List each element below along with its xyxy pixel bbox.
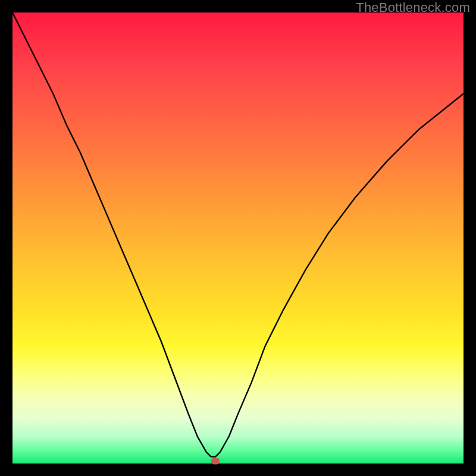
watermark-text: TheBottleneck.com [356, 0, 470, 15]
plot-area [12, 12, 464, 464]
bottleneck-curve [12, 12, 464, 464]
chart-frame: TheBottleneck.com [0, 0, 476, 476]
curve-path [12, 12, 464, 457]
optimum-marker [211, 458, 220, 465]
